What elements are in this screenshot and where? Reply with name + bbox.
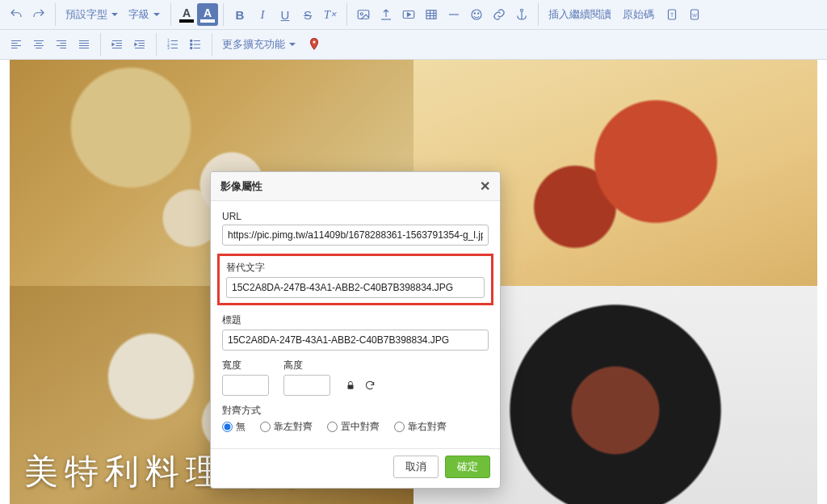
paste-text-icon[interactable]: T <box>661 3 683 26</box>
template-group: T W <box>661 3 711 26</box>
font-size-select[interactable]: 字級 <box>124 3 166 26</box>
font-group: 預設字型 字級 <box>61 3 171 26</box>
text-color-letter: A <box>183 7 191 19</box>
align-right-icon[interactable] <box>50 33 73 56</box>
underline-button[interactable]: U <box>274 3 296 26</box>
width-label: 寬度 <box>222 359 269 372</box>
paste-word-icon[interactable]: W <box>683 3 706 26</box>
editor-area: 美特利料理廚房 影像屬性 ✕ URL 替代文字 標題 寬度 <box>0 60 827 504</box>
dialog-title: 影像屬性 <box>220 179 262 194</box>
video-icon[interactable] <box>397 3 420 26</box>
more-extensions-select[interactable]: 更多擴充功能 <box>217 33 301 56</box>
svg-text:T: T <box>670 12 674 18</box>
text-color-button[interactable]: A <box>176 3 197 26</box>
map-pin-icon[interactable] <box>303 33 325 56</box>
width-input[interactable] <box>222 375 269 396</box>
height-input[interactable] <box>283 375 330 396</box>
toolbar-row-1: 預設字型 字級 A A B I U S T✕ 插入繼續閱讀 原始碼 T W <box>0 0 827 30</box>
dialog-titlebar[interactable]: 影像屬性 ✕ <box>211 172 500 201</box>
align-center-icon[interactable] <box>27 33 50 56</box>
svg-text:W: W <box>692 13 697 18</box>
svg-point-1 <box>360 13 363 15</box>
align-group <box>5 33 101 56</box>
anchor-icon[interactable] <box>510 3 533 26</box>
link-icon[interactable] <box>488 3 510 26</box>
ordered-list-icon[interactable]: 123 <box>162 33 184 56</box>
emoji-icon[interactable] <box>465 3 488 26</box>
svg-point-17 <box>191 47 192 48</box>
insert-group <box>352 3 539 26</box>
image-icon[interactable] <box>352 3 375 26</box>
url-field: URL <box>222 211 489 246</box>
align-center-radio[interactable]: 置中對齊 <box>327 420 380 434</box>
alt-label: 替代文字 <box>226 261 485 275</box>
clear-format-button[interactable]: T✕ <box>319 3 342 26</box>
font-preset-select[interactable]: 預設字型 <box>61 3 124 26</box>
svg-point-18 <box>313 41 316 44</box>
align-field: 對齊方式 無 靠左對齊 置中對齊 靠右對齊 <box>222 404 489 434</box>
more-extensions-label: 更多擴充功能 <box>222 37 285 52</box>
toolbar-row-2: 123 更多擴充功能 <box>0 30 827 60</box>
style-group: B I U S T✕ <box>229 3 347 26</box>
indent-icon[interactable] <box>128 33 151 56</box>
align-none-radio[interactable]: 無 <box>222 420 246 434</box>
image-properties-dialog: 影像屬性 ✕ URL 替代文字 標題 寬度 高度 <box>210 171 501 489</box>
reset-icon[interactable] <box>364 380 376 393</box>
source-code-button[interactable]: 原始碼 <box>618 7 659 22</box>
dimensions-row: 寬度 高度 <box>222 359 489 396</box>
alt-text-highlight: 替代文字 <box>217 254 493 305</box>
color-group: A A <box>176 3 224 26</box>
list-group: 123 <box>162 33 212 56</box>
svg-point-15 <box>191 40 192 41</box>
redo-button[interactable] <box>27 3 50 26</box>
bg-color-letter: A <box>204 7 212 19</box>
unordered-list-icon[interactable] <box>184 33 207 56</box>
italic-button[interactable]: I <box>251 3 274 26</box>
bold-button[interactable]: B <box>229 3 251 26</box>
caption-input[interactable] <box>222 330 489 351</box>
alt-input[interactable] <box>226 277 485 298</box>
strikethrough-button[interactable]: S <box>296 3 319 26</box>
url-input[interactable] <box>222 225 489 246</box>
align-justify-icon[interactable] <box>73 33 95 56</box>
align-label: 對齊方式 <box>222 404 489 418</box>
align-right-radio[interactable]: 靠右對齊 <box>394 420 447 434</box>
insert-readmore-button[interactable]: 插入繼續閱讀 <box>544 7 616 22</box>
indent-group <box>106 33 157 56</box>
url-label: URL <box>222 211 489 222</box>
upload-icon[interactable] <box>375 3 397 26</box>
dialog-body: URL 替代文字 標題 寬度 高度 <box>211 201 500 448</box>
align-left-radio[interactable]: 靠左對齊 <box>260 420 313 434</box>
lock-icon[interactable] <box>345 380 356 393</box>
height-label: 高度 <box>283 359 330 372</box>
caption-label: 標題 <box>222 313 489 327</box>
svg-text:3: 3 <box>167 46 170 50</box>
history-group <box>5 3 56 26</box>
font-preset-label: 預設字型 <box>65 7 107 22</box>
ok-button[interactable]: 確定 <box>445 456 490 478</box>
font-size-label: 字級 <box>128 7 149 22</box>
outdent-icon[interactable] <box>106 33 128 56</box>
close-icon[interactable]: ✕ <box>480 178 490 194</box>
svg-point-6 <box>478 13 479 14</box>
bg-color-button[interactable]: A <box>197 3 218 26</box>
align-left-icon[interactable] <box>5 33 27 56</box>
cancel-button[interactable]: 取消 <box>393 456 439 478</box>
hr-icon[interactable] <box>443 3 465 26</box>
svg-rect-3 <box>426 10 436 19</box>
svg-point-7 <box>521 9 523 11</box>
caption-field: 標題 <box>222 313 489 351</box>
dialog-footer: 取消 確定 <box>211 448 500 488</box>
undo-button[interactable] <box>5 3 27 26</box>
svg-point-5 <box>474 13 475 14</box>
table-icon[interactable] <box>420 3 443 26</box>
svg-point-16 <box>191 44 192 45</box>
svg-rect-19 <box>348 384 354 388</box>
